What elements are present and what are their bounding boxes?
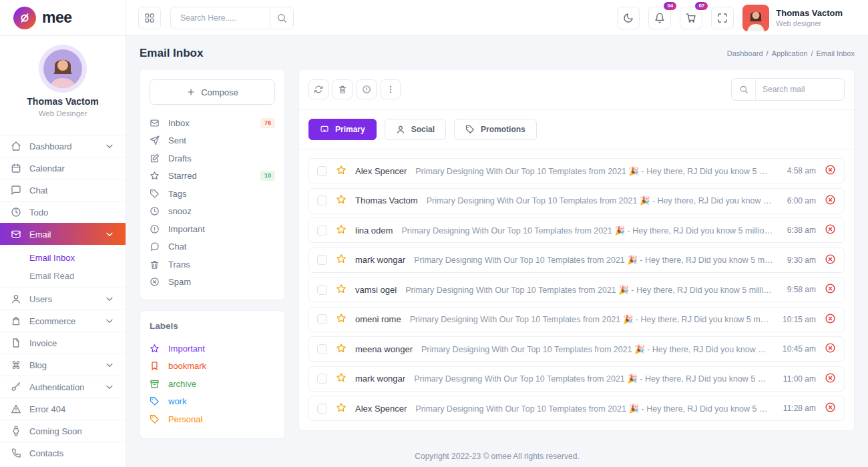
compose-button[interactable]: Compose bbox=[150, 79, 275, 105]
tab-promotions[interactable]: Promotions bbox=[454, 119, 537, 140]
notifications-button[interactable]: 04 bbox=[648, 7, 671, 29]
email-time: 9:30 am bbox=[787, 256, 816, 265]
label-personal[interactable]: Personal bbox=[150, 410, 275, 428]
folder-drafts[interactable]: Drafts bbox=[150, 149, 275, 167]
row-checkbox[interactable] bbox=[317, 344, 327, 354]
row-checkbox[interactable] bbox=[317, 195, 327, 205]
tab-primary[interactable]: Primary bbox=[308, 119, 377, 140]
alert-circle-button[interactable] bbox=[357, 79, 377, 99]
star-icon[interactable] bbox=[336, 194, 347, 207]
breadcrumb-application[interactable]: Application bbox=[772, 49, 808, 57]
delete-icon[interactable] bbox=[825, 164, 836, 177]
folder-tags[interactable]: Tags bbox=[150, 185, 275, 203]
sidebar-item-users[interactable]: Users bbox=[0, 288, 126, 310]
star-icon[interactable] bbox=[336, 284, 347, 296]
sidebar-subitem-email-read[interactable]: Email Read bbox=[29, 271, 126, 281]
folder-important[interactable]: Important bbox=[150, 220, 275, 238]
folder-trans[interactable]: Trans bbox=[150, 256, 275, 274]
breadcrumb-dashboard[interactable]: Dashboard bbox=[727, 49, 763, 57]
email-sender: lina odem bbox=[355, 225, 393, 236]
row-checkbox[interactable] bbox=[317, 255, 327, 265]
label-important[interactable]: Important bbox=[150, 340, 275, 358]
profile-role: Web designer bbox=[776, 19, 843, 27]
row-checkbox[interactable] bbox=[317, 225, 327, 236]
sidebar-item-todo[interactable]: Todo bbox=[0, 201, 126, 223]
label-archive[interactable]: archive bbox=[150, 375, 275, 393]
archive-icon bbox=[150, 379, 160, 389]
mail-search-input[interactable] bbox=[756, 85, 844, 94]
label-work[interactable]: work bbox=[150, 393, 275, 411]
grid-menu-button[interactable] bbox=[138, 7, 161, 29]
row-checkbox[interactable] bbox=[317, 314, 327, 324]
row-checkbox[interactable] bbox=[317, 285, 327, 295]
email-row[interactable]: Alex SpencerPrimary Designing With Our T… bbox=[308, 158, 845, 183]
delete-icon[interactable] bbox=[825, 372, 836, 386]
sidebar-item-authentication[interactable]: Authentication bbox=[0, 376, 126, 398]
refresh-button[interactable] bbox=[308, 79, 329, 99]
star-icon[interactable] bbox=[336, 343, 347, 356]
sidebar-item-email[interactable]: Email bbox=[0, 223, 126, 245]
sidebar-item-coming-soon[interactable]: Coming Soon bbox=[0, 420, 126, 442]
row-checkbox[interactable] bbox=[317, 166, 327, 176]
tab-social[interactable]: Social bbox=[385, 119, 446, 140]
email-row[interactable]: Alex SpencerPrimary Designing With Our T… bbox=[308, 396, 845, 421]
email-row[interactable]: Thomas VactomPrimary Designing With Our … bbox=[308, 188, 845, 213]
star-icon[interactable] bbox=[336, 402, 347, 415]
email-row[interactable]: omeni romePrimary Designing With Our Top… bbox=[308, 307, 845, 332]
more-vertical-button[interactable] bbox=[381, 79, 401, 99]
sidebar-item-chat[interactable]: Chat bbox=[0, 179, 126, 201]
email-row[interactable]: meena wongerPrimary Designing With Our T… bbox=[308, 336, 845, 362]
star-icon[interactable] bbox=[336, 224, 347, 237]
folder-starred[interactable]: Starred10 bbox=[150, 167, 275, 185]
folder-chat[interactable]: Chat bbox=[150, 238, 275, 256]
label-bookmark[interactable]: bookmark bbox=[150, 358, 275, 376]
alert-triangle-icon bbox=[11, 404, 21, 414]
star-icon[interactable] bbox=[336, 313, 347, 326]
chevron-down-icon bbox=[104, 141, 115, 151]
delete-icon[interactable] bbox=[825, 342, 836, 356]
sidebar-item-calendar[interactable]: Calendar bbox=[0, 157, 126, 179]
email-row[interactable]: mark wongarPrimary Designing With Our To… bbox=[308, 366, 845, 392]
folder-snooz[interactable]: snooz bbox=[150, 203, 275, 221]
delete-icon[interactable] bbox=[825, 402, 836, 415]
sidebar-item-error-404[interactable]: Error 404 bbox=[0, 398, 126, 420]
email-time: 10:15 am bbox=[783, 315, 816, 324]
user-icon bbox=[396, 125, 405, 134]
mail-list-card: PrimarySocialPromotions Alex SpencerPrim… bbox=[298, 69, 855, 431]
delete-icon[interactable] bbox=[825, 254, 836, 267]
folder-inbox[interactable]: Inbox76 bbox=[150, 114, 275, 132]
row-checkbox[interactable] bbox=[317, 404, 327, 414]
delete-icon[interactable] bbox=[825, 223, 836, 237]
sidebar-subitem-email-inbox[interactable]: Email Inbox bbox=[29, 253, 126, 263]
star-icon[interactable] bbox=[336, 254, 347, 266]
star-icon[interactable] bbox=[336, 165, 347, 177]
cart-button[interactable]: 07 bbox=[680, 7, 702, 29]
alert-circle-icon bbox=[362, 85, 371, 94]
star-icon[interactable] bbox=[336, 372, 347, 385]
calendar-icon bbox=[11, 163, 21, 173]
sidebar-item-blog[interactable]: Blog bbox=[0, 354, 126, 376]
brand-logo[interactable]: mee bbox=[0, 0, 126, 35]
chat-icon bbox=[11, 185, 21, 195]
delete-icon[interactable] bbox=[825, 194, 836, 207]
folder-sent[interactable]: Sent bbox=[150, 132, 275, 150]
email-row[interactable]: lina odemPrimary Designing With Our Top … bbox=[308, 217, 845, 243]
search-button[interactable] bbox=[270, 7, 293, 29]
header-search-input[interactable] bbox=[171, 13, 270, 23]
email-row[interactable]: mark wongarPrimary Designing With Our To… bbox=[308, 248, 845, 273]
row-checkbox[interactable] bbox=[317, 374, 327, 384]
cart-icon bbox=[686, 13, 696, 23]
email-sender: omeni rome bbox=[355, 314, 401, 324]
sidebar-item-dashboard[interactable]: Dashboard bbox=[0, 135, 126, 157]
sidebar-item-contacts[interactable]: Contacts bbox=[0, 442, 126, 464]
delete-icon[interactable] bbox=[825, 283, 836, 296]
sidebar-item-ecommerce[interactable]: Ecommerce bbox=[0, 310, 126, 332]
dark-mode-button[interactable] bbox=[617, 7, 640, 29]
trash-button[interactable] bbox=[333, 79, 353, 99]
profile-menu[interactable]: Thomas Vactom Web designer bbox=[742, 5, 843, 31]
delete-icon[interactable] bbox=[825, 313, 836, 326]
folder-spam[interactable]: Spam bbox=[150, 274, 275, 292]
sidebar-item-invoice[interactable]: Invoice bbox=[0, 332, 126, 354]
fullscreen-button[interactable] bbox=[711, 7, 734, 29]
email-row[interactable]: vamsi ogelPrimary Designing With Our Top… bbox=[308, 277, 845, 302]
